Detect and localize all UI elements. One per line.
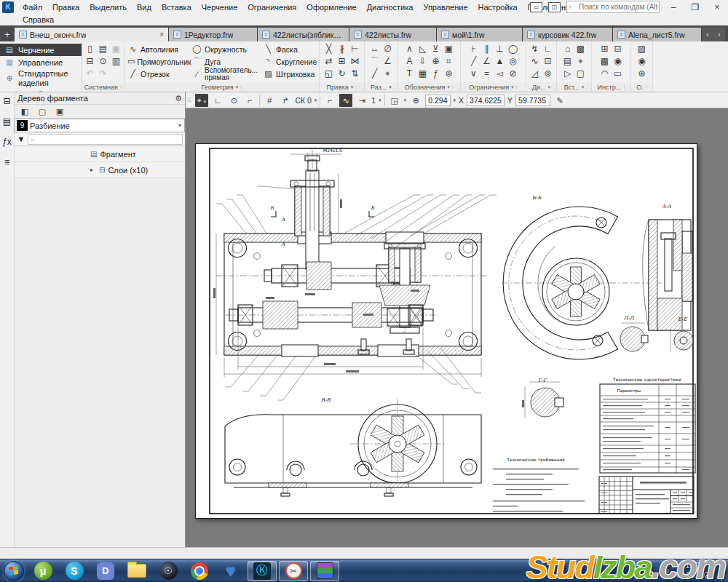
new-tab-button[interactable]: + [0, 28, 15, 41]
command-search-input[interactable] [566, 1, 660, 13]
contour-icon[interactable]: ⊞ [598, 43, 612, 55]
coordinate-system-value[interactable]: СК 0 [295, 96, 311, 105]
leader-dimension-icon[interactable]: ⌖ [381, 68, 395, 80]
fix-size-icon[interactable]: ▲ [494, 55, 507, 68]
tab-scroll-right[interactable]: › [713, 28, 725, 41]
step-dropdown[interactable]: ▾ [379, 97, 381, 103]
taskbar-health[interactable]: ♥ [216, 561, 245, 581]
angular-dimension-icon[interactable]: ∠ [381, 55, 395, 68]
tab-vnesh-okonch[interactable]: ≡ Внеш_оконч.frw × [15, 28, 169, 41]
angle-snap-icon[interactable]: ∟ [211, 94, 224, 107]
menu-settings[interactable]: Настройка [473, 1, 523, 13]
menu-view[interactable]: Вид [132, 1, 157, 13]
tab-422-zyablikov[interactable]: ≡ 422листы(зябликов)... [258, 28, 349, 41]
linear-dimension-icon[interactable]: ↔ [368, 43, 381, 55]
hatch-region-icon[interactable]: ▩ [598, 55, 612, 68]
x-coordinate-field[interactable]: 374.6225 [467, 95, 505, 106]
main-menu-icon[interactable]: ≡ [1, 156, 14, 170]
hyperlink-icon[interactable]: ƒ [430, 68, 443, 80]
taskbar-discord[interactable]: D [91, 561, 120, 581]
menu-file[interactable]: Файл [17, 1, 47, 13]
toolset-drawing[interactable]: ▤ Черчение [0, 44, 82, 56]
tool-hatch[interactable]: ▨Штриховка [260, 68, 318, 80]
collinear-icon[interactable]: ╱ [467, 55, 480, 68]
axis-mark-icon[interactable]: ⊚ [443, 68, 456, 80]
curve-length-icon[interactable]: ∿ [529, 55, 542, 68]
autotext-icon[interactable]: A [403, 55, 416, 68]
concentric-icon[interactable]: ◎ [507, 55, 520, 68]
toolset-management[interactable]: ▥ Управление [0, 56, 82, 68]
insert-base-point-icon[interactable]: ⌖ [574, 55, 587, 68]
menu-select[interactable]: Выделить [84, 1, 132, 13]
expand-arrow-icon[interactable]: ▸ [90, 167, 96, 173]
insert-view-icon[interactable]: ▤ [561, 55, 574, 68]
app-icon[interactable]: K [2, 1, 14, 13]
step-icon[interactable]: ⇥ [355, 94, 368, 107]
y-coordinate-field[interactable]: 59.7735 [515, 95, 550, 106]
menu-drawing[interactable]: Черчение [197, 1, 243, 13]
menu-management[interactable]: Управление [418, 1, 472, 13]
tangent-icon[interactable]: ◯ [507, 43, 520, 55]
grid-toggle-icon[interactable]: # [263, 94, 276, 107]
start-button[interactable] [1, 560, 26, 582]
tree-item-layers[interactable]: ▸ ⊟ Слои (x10) [15, 162, 185, 178]
tool-chamfer[interactable]: ╲Фаска [260, 43, 318, 55]
minimize-button[interactable]: – [665, 1, 681, 13]
taskbar-utorrent[interactable]: µ [28, 561, 58, 581]
section-constraints-label[interactable]: Ограничения▾⁞ [461, 82, 526, 92]
menu-edit[interactable]: Правка [47, 1, 84, 13]
display-layers-icon[interactable]: ◧ [19, 105, 31, 117]
menu-constraints[interactable]: Ограничения [242, 1, 301, 13]
perpendicular-icon[interactable]: ⊥ [494, 43, 507, 55]
section-dimensions-label[interactable]: Раз...▾ [365, 82, 397, 92]
zoom-dropdown[interactable]: ▾ [454, 97, 456, 103]
screen-mode-icon[interactable]: ◫ [548, 2, 561, 12]
close-button[interactable]: × [709, 1, 725, 13]
redo-icon[interactable]: ↷ [97, 68, 110, 80]
display-objects-icon[interactable]: ▢ [36, 105, 48, 117]
tab-kursovik-422[interactable]: ≡ курсовик 422.frw [523, 28, 613, 41]
diameter-dimension-icon[interactable]: ∅ [381, 43, 395, 55]
insert-link-icon[interactable]: ▷ [561, 68, 574, 80]
toolset-standard-parts[interactable]: ⊕ Стандартные изделия [0, 68, 82, 88]
tab-moy-1[interactable]: ≡ мой\1.frw [437, 28, 523, 41]
view-label-icon[interactable]: ▣ [443, 43, 456, 55]
save-icon[interactable]: ▣ [110, 43, 123, 55]
tool-rectangle[interactable]: ▭Прямоугольник [124, 55, 189, 68]
mass-properties-icon[interactable]: ◿ [529, 68, 542, 80]
taskbar-winrar[interactable] [310, 561, 339, 581]
tool-fillet[interactable]: ◝Скругление [260, 55, 318, 68]
round-corner-icon[interactable]: ⌐ [323, 94, 336, 107]
shift-icon[interactable]: ⇅ [349, 68, 362, 80]
tab-422-listy[interactable]: ≡ 422листы.frw [349, 28, 437, 41]
insert-object-icon[interactable]: ▢ [574, 68, 587, 80]
menu-layout[interactable]: Оформление [301, 1, 361, 13]
aligned-dimension-icon[interactable]: ╱ [368, 68, 381, 80]
symmetry-icon[interactable]: ◅ [494, 68, 507, 80]
zoom-area-dropdown[interactable]: ▾ [404, 97, 407, 103]
snap-settings-button[interactable]: ⌖ ▾ [195, 94, 209, 107]
tree-search-input[interactable]: ⌕ [28, 134, 183, 145]
step-value[interactable]: 1 [371, 96, 376, 105]
move-icon[interactable]: ⇄ [323, 55, 336, 68]
tool-segment[interactable]: ╱Отрезок [124, 68, 189, 80]
parallel-icon[interactable]: ∥ [480, 43, 494, 55]
split-icon[interactable]: ∦ [336, 43, 349, 55]
display-preview-icon[interactable]: ▣ [54, 105, 66, 117]
bisector-icon[interactable]: ∨ [467, 68, 480, 80]
layout-toggle-icon[interactable]: ▭ [530, 2, 542, 12]
ortho-snap-icon[interactable]: ⌐ [243, 94, 256, 107]
variables-icon[interactable]: ƒx [1, 136, 14, 149]
taskbar-skype[interactable]: S [60, 561, 89, 581]
point-snap-icon[interactable]: ⊙ [227, 94, 240, 107]
coordinate-system-dropdown[interactable]: ▾ [314, 97, 317, 103]
style-pencil-icon[interactable]: ✎ [553, 94, 566, 107]
open-document-icon[interactable]: ▤ [97, 43, 110, 55]
taskbar-chrome[interactable] [185, 561, 214, 581]
text-icon[interactable]: T [403, 68, 416, 80]
section-line-icon[interactable]: ⊻ [430, 43, 443, 55]
filter-funnel-icon[interactable]: ▼ [15, 135, 28, 143]
zoom-area-icon[interactable]: ◲ [388, 94, 401, 107]
block-icon[interactable]: ⊘ [507, 68, 520, 80]
tab-alena-list5[interactable]: ≡ Alena_лист5.frw [613, 28, 702, 41]
